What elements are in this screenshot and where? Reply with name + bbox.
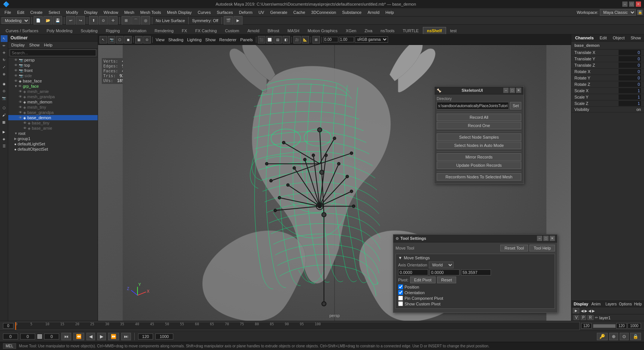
directory-input[interactable] [437, 102, 509, 109]
vp-wireframe-btn[interactable]: ⬡ [116, 36, 123, 43]
vp-isolate-btn[interactable]: ⊙ [143, 36, 151, 43]
channel-value[interactable]: 1 [619, 94, 641, 100]
outliner-item-default-object-set[interactable]: ● defaultObjectSet [8, 147, 98, 152]
vp-menu-view[interactable]: View [154, 37, 166, 42]
play-back-btn[interactable]: ◀ [86, 333, 95, 340]
outliner-item-mesh-tiny[interactable]: 👁 ◈ mesh_tiny [8, 105, 98, 110]
tab-bifrost[interactable]: Bifrost [263, 27, 283, 34]
timeline-end-field[interactable] [581, 323, 592, 329]
tab-curves-surfaces[interactable]: Curves / Surfaces [1, 27, 42, 34]
frame-start-input[interactable] [3, 334, 18, 340]
tab-motion-graphics[interactable]: Motion Graphics [303, 27, 342, 34]
tab-fx-caching[interactable]: FX Caching [191, 27, 221, 34]
undo-button[interactable]: ↩ [66, 16, 75, 25]
layers-tab-anim[interactable]: Anim [591, 302, 601, 306]
outliner-item-base-face[interactable]: 👁 ◈ base_face [8, 78, 98, 84]
channel-value[interactable]: 0 [619, 63, 641, 68]
vp-move-btn[interactable]: ↖ [100, 36, 107, 43]
tab-test[interactable]: test [446, 27, 461, 34]
outliner-search-input[interactable] [10, 49, 96, 56]
paint-tool-icon[interactable]: ✏ [1, 42, 7, 49]
misc-icon[interactable]: ☰ [1, 143, 7, 150]
select-mode-icon[interactable]: ↖ [1, 35, 7, 42]
redo-button[interactable]: ↪ [76, 16, 85, 25]
layers-options-btn[interactable]: Layers [605, 302, 617, 306]
outliner-item-group1[interactable]: ▶ group1 [8, 136, 98, 141]
outliner-item-root[interactable]: ▼ root [8, 131, 98, 136]
timeline-start-field[interactable] [3, 323, 13, 329]
menu-arnold[interactable]: Arnold [364, 9, 382, 15]
pin-pivot-checkbox[interactable] [398, 296, 403, 301]
menu-surfaces[interactable]: Surfaces [214, 9, 236, 15]
outliner-item-side[interactable]: 👁 📷 side [8, 73, 98, 78]
menu-uv[interactable]: UV [256, 9, 267, 15]
position-checkbox[interactable] [398, 284, 403, 289]
tab-ziva[interactable]: Ziva [360, 27, 376, 34]
menu-generate[interactable]: Generate [267, 9, 290, 15]
axis-orientation-select[interactable]: World Object Local Normal [429, 262, 454, 268]
range-end-field[interactable] [616, 323, 627, 329]
lasso-tool-button[interactable]: ⊙ [99, 16, 108, 25]
layer-playback-btn[interactable]: P [581, 315, 586, 320]
maximize-button[interactable]: □ [629, 1, 634, 7]
tool-settings-close-btn[interactable]: ✕ [550, 236, 555, 241]
record-one-btn[interactable]: Record One [437, 122, 521, 129]
channel-value[interactable]: 0 [619, 82, 641, 87]
render-view-icon[interactable]: ▶ [1, 129, 7, 135]
tab-animation[interactable]: Animation [124, 27, 150, 34]
go-start-btn[interactable]: ⏮ [61, 333, 71, 340]
outliner-item-base-grandpa[interactable]: 👁 ◈ base_grandpa [8, 110, 98, 115]
vp-cam1[interactable]: 🎥 [293, 36, 301, 43]
tab-poly-modeling[interactable]: Poly Modeling [42, 27, 76, 34]
menu-create[interactable]: Create [27, 9, 46, 15]
mirror-records-btn[interactable]: Mirror Records [437, 153, 521, 161]
channels-tab-edit[interactable]: Edit [598, 35, 608, 40]
channels-tab-show[interactable]: Show [629, 35, 643, 40]
skeleton-minimize-btn[interactable]: – [503, 88, 509, 93]
vp-menu-shading[interactable]: Shading [167, 37, 185, 42]
channel-value-vis[interactable]: on [637, 107, 641, 112]
vp-menu-renderer[interactable]: Renderer [218, 37, 238, 42]
tab-custom[interactable]: Custom [221, 27, 243, 34]
layout-icon[interactable]: ▦ [1, 119, 7, 126]
edit-pivot-btn[interactable]: Edit Pivot [410, 277, 436, 283]
snap-point-button[interactable]: ◎ [141, 16, 150, 25]
menu-cache[interactable]: Cache [290, 9, 308, 15]
transport-icon-1[interactable]: 🔑 [597, 333, 608, 340]
vp-tool1[interactable]: ⬛ [258, 36, 265, 43]
layer-icon-4[interactable]: ▶ [592, 309, 595, 313]
outliner-menu-display[interactable]: Display [10, 42, 26, 48]
vp-tool4[interactable]: ◧ [283, 36, 290, 43]
layer-icon-2[interactable]: ▶ [585, 309, 587, 313]
menu-file[interactable]: File [1, 9, 14, 15]
vp-shaded-btn[interactable]: ◼ [124, 36, 132, 43]
channels-tab-channels[interactable]: Channels [574, 35, 595, 40]
workspace-dropdown[interactable]: Maya Classic [600, 9, 636, 16]
outliner-item-persp[interactable]: 👁 📷 persp [8, 57, 98, 63]
transport-icon-2[interactable]: ⊕ [609, 333, 618, 340]
tool-settings-minimize-btn[interactable]: – [537, 236, 542, 241]
new-file-button[interactable]: 📄 [34, 16, 43, 25]
sculpt-icon[interactable]: 🖌 [1, 112, 7, 118]
vp-tool2[interactable]: ⬜ [266, 36, 274, 43]
tab-sculpting[interactable]: Sculpting [77, 27, 102, 34]
show-custom-pivot-checkbox[interactable] [398, 301, 403, 306]
range-bar[interactable] [593, 324, 616, 328]
outliner-item-base-demon[interactable]: 👁 ◈ base_demon [8, 115, 98, 120]
vp-near-clip[interactable] [323, 37, 338, 42]
menu-deform[interactable]: Deform [236, 9, 256, 15]
layer-render-btn[interactable]: R [587, 315, 593, 320]
set-button[interactable]: Set [510, 102, 521, 109]
hypershade-icon[interactable]: ◈ [1, 136, 7, 142]
skeleton-close-btn[interactable]: ✕ [516, 88, 521, 93]
layer-icon-1[interactable]: ◀ [581, 309, 584, 313]
layers-options-help[interactable]: Help [634, 302, 642, 306]
transform-tool-button[interactable]: ✛ [109, 16, 117, 25]
frame-val-input[interactable] [44, 334, 59, 340]
scale-tool-icon[interactable]: ⤢ [1, 64, 7, 70]
layers-options-opt[interactable]: Options [619, 302, 632, 306]
update-position-btn[interactable]: Update Position Records [437, 162, 521, 169]
vp-gamma-select[interactable]: sRGB gamma [355, 36, 388, 43]
outliner-item-base-tiny[interactable]: 👁 ◈ base_tiny [8, 120, 98, 126]
menu-help[interactable]: Help [382, 9, 397, 15]
